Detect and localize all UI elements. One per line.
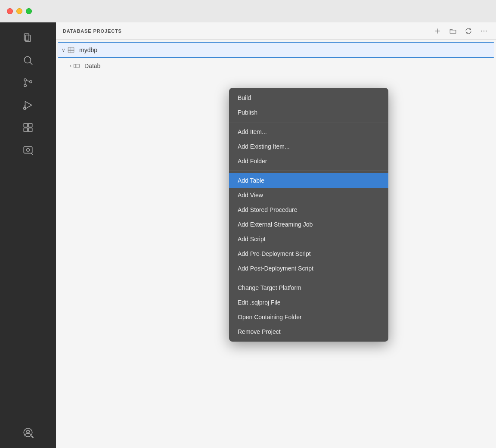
traffic-lights	[7, 8, 32, 14]
separator-1	[229, 122, 388, 122]
menu-item-add-item[interactable]: Add Item...	[229, 124, 388, 139]
tree-view: ∨ mydbp › Datab	[56, 40, 496, 75]
svg-rect-25	[68, 47, 74, 53]
svg-rect-13	[28, 128, 32, 132]
tree-child-chevron: ›	[70, 63, 71, 69]
sidebar-item-remote-explorer[interactable]	[18, 140, 38, 160]
tree-child-label: Datab	[84, 62, 100, 69]
svg-rect-10	[24, 123, 28, 127]
sidebar-item-extensions[interactable]	[18, 117, 38, 138]
svg-point-19	[31, 436, 33, 437]
panel-actions	[432, 26, 489, 36]
open-folder-button[interactable]	[448, 26, 458, 36]
menu-item-add-folder[interactable]: Add Folder	[229, 154, 388, 168]
svg-point-5	[24, 84, 26, 87]
tree-child-item[interactable]: › Datab	[56, 59, 496, 73]
menu-item-add-existing-item[interactable]: Add Existing Item...	[229, 139, 388, 154]
svg-rect-0	[24, 34, 29, 40]
add-project-button[interactable]	[432, 26, 443, 36]
title-bar	[0, 0, 496, 22]
svg-point-15	[27, 149, 30, 152]
panel-title: DATABASE PROJECTS	[63, 28, 425, 34]
tree-root-item[interactable]: ∨ mydbp	[58, 42, 494, 58]
menu-item-publish[interactable]: Publish	[229, 105, 388, 120]
svg-point-24	[486, 30, 487, 31]
app-container: DATABASE PROJECTS	[0, 22, 496, 448]
close-button[interactable]	[7, 8, 13, 14]
sidebar	[0, 22, 56, 448]
svg-point-18	[27, 430, 30, 433]
menu-item-add-external-streaming-job[interactable]: Add External Streaming Job	[229, 217, 388, 232]
svg-rect-12	[24, 128, 28, 132]
sidebar-item-accounts[interactable]	[18, 422, 38, 443]
menu-item-build[interactable]: Build	[229, 90, 388, 105]
menu-item-add-post-deployment-script[interactable]: Add Post-Deployment Script	[229, 261, 388, 276]
svg-line-16	[31, 153, 33, 155]
menu-item-add-pre-deployment-script[interactable]: Add Pre-Deployment Script	[229, 246, 388, 261]
svg-rect-14	[24, 146, 32, 153]
svg-line-3	[30, 62, 32, 65]
menu-item-change-target-platform[interactable]: Change Target Platform	[229, 280, 388, 295]
menu-item-add-view[interactable]: Add View	[229, 188, 388, 202]
panel-header: DATABASE PROJECTS	[56, 22, 496, 40]
tree-root-chevron: ∨	[62, 47, 65, 53]
minimize-button[interactable]	[16, 8, 22, 14]
separator-3	[229, 278, 388, 278]
svg-marker-7	[25, 101, 32, 109]
menu-item-add-table[interactable]: Add Table	[229, 173, 388, 188]
sidebar-item-search[interactable]	[18, 50, 38, 71]
svg-rect-11	[28, 123, 32, 127]
svg-rect-29	[74, 64, 76, 68]
maximize-button[interactable]	[26, 8, 32, 14]
refresh-button[interactable]	[463, 26, 474, 36]
more-options-button[interactable]	[479, 26, 489, 36]
svg-point-22	[481, 30, 482, 31]
menu-item-add-script[interactable]: Add Script	[229, 232, 388, 246]
svg-rect-1	[26, 35, 31, 42]
sidebar-item-source-control[interactable]	[18, 72, 38, 93]
tree-root-label: mydbp	[79, 47, 97, 53]
menu-item-edit-sqlproj-file[interactable]: Edit .sqlproj File	[229, 295, 388, 310]
svg-point-8	[24, 107, 26, 109]
menu-item-open-containing-folder[interactable]: Open Containing Folder	[229, 310, 388, 324]
separator-2	[229, 171, 388, 171]
svg-point-23	[484, 30, 484, 31]
sidebar-item-run-debug[interactable]	[18, 95, 38, 115]
content-area: DATABASE PROJECTS	[56, 22, 496, 448]
svg-point-6	[30, 81, 32, 83]
context-menu: Build Publish Add Item... Add Existing I…	[229, 88, 388, 342]
menu-item-add-stored-procedure[interactable]: Add Stored Procedure	[229, 202, 388, 217]
menu-item-remove-project[interactable]: Remove Project	[229, 324, 388, 339]
sidebar-item-files[interactable]	[18, 28, 38, 48]
svg-point-2	[24, 56, 31, 63]
